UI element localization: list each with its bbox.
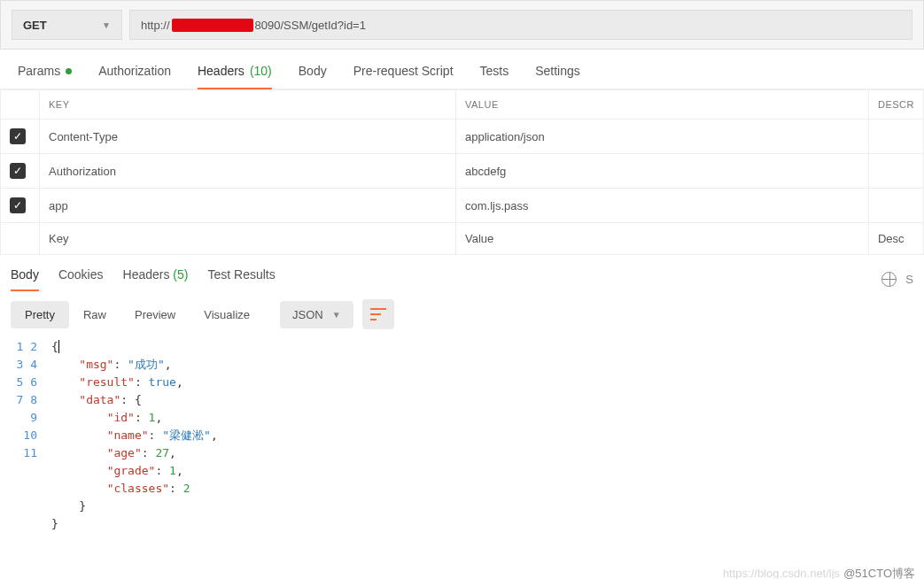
tab-headers[interactable]: Headers (10) [198, 64, 272, 89]
tab-authorization[interactable]: Authorization [98, 64, 171, 89]
tab-headers-count: (10) [250, 64, 272, 78]
checkbox-icon[interactable]: ✓ [10, 163, 26, 179]
method-select[interactable]: GET ▼ [12, 10, 122, 40]
resp-right-s: S [905, 273, 913, 286]
header-value[interactable]: abcdefg [456, 154, 869, 189]
wrap-lines-icon [370, 308, 386, 320]
redacted-host [172, 19, 253, 32]
format-label: JSON [292, 308, 323, 321]
globe-icon[interactable] [881, 272, 897, 287]
resp-tab-testresults[interactable]: Test Results [207, 267, 275, 290]
watermark: https://blog.csdn.net/ljs @51CTO博客 [723, 565, 915, 579]
tab-prerequest[interactable]: Pre-request Script [353, 64, 454, 89]
resp-tab-headers-label: Headers [123, 267, 170, 282]
header-desc[interactable] [868, 120, 923, 154]
tab-tests[interactable]: Tests [480, 64, 509, 89]
method-value: GET [23, 19, 47, 32]
tab-settings[interactable]: Settings [535, 64, 580, 89]
url-suffix: 8090/SSM/getId?id=1 [255, 19, 366, 32]
table-row[interactable]: ✓appcom.ljs.pass [1, 189, 924, 223]
col-key: KEY [40, 90, 456, 120]
resp-tab-cookies[interactable]: Cookies [58, 267, 104, 290]
view-pretty[interactable]: Pretty [11, 301, 69, 328]
response-tabs: Body Cookies Headers (5) Test Results S [0, 255, 924, 290]
line-gutter: 1 2 3 4 5 6 7 8 9 10 11 [11, 338, 48, 579]
tab-params[interactable]: Params [18, 64, 72, 89]
pretty-bar: Pretty Raw Preview Visualize JSON ▼ [0, 290, 924, 338]
header-value-input[interactable]: Value [456, 223, 869, 255]
view-mode-group: Pretty Raw Preview Visualize [11, 301, 264, 328]
code-content[interactable]: { "msg": "成功", "result": true, "data": {… [48, 338, 924, 579]
header-key[interactable]: Authorization [40, 154, 456, 189]
resp-tab-body[interactable]: Body [11, 267, 39, 290]
view-preview[interactable]: Preview [120, 301, 190, 328]
col-value: VALUE [456, 90, 869, 120]
watermark-dark: @51CTO博客 [843, 565, 915, 579]
tab-params-label: Params [18, 64, 60, 78]
response-body: 1 2 3 4 5 6 7 8 9 10 11 { "msg": "成功", "… [0, 338, 924, 579]
request-bar: GET ▼ http:// 8090/SSM/getId?id=1 [0, 0, 924, 50]
headers-table: KEY VALUE DESCR ✓Content-Typeapplication… [0, 89, 924, 255]
chevron-down-icon: ▼ [332, 310, 341, 320]
resp-tab-headers[interactable]: Headers (5) [123, 267, 189, 290]
tab-headers-label: Headers [198, 64, 245, 78]
header-desc[interactable] [868, 189, 923, 223]
url-prefix: http:// [141, 19, 170, 32]
tab-body[interactable]: Body [299, 64, 327, 89]
request-tabs: Params Authorization Headers (10) Body P… [0, 50, 924, 89]
watermark-faint: https://blog.csdn.net/ljs [723, 565, 840, 579]
url-input[interactable]: http:// 8090/SSM/getId?id=1 [129, 10, 912, 40]
header-key[interactable]: app [40, 189, 456, 223]
table-row[interactable]: ✓Authorizationabcdefg [1, 154, 924, 189]
table-row[interactable]: ✓Content-Typeapplication/json [1, 120, 924, 154]
table-row-new[interactable]: KeyValueDesc [1, 223, 924, 255]
format-select[interactable]: JSON ▼ [280, 301, 353, 328]
chevron-down-icon: ▼ [102, 20, 111, 30]
checkbox-icon[interactable]: ✓ [10, 197, 26, 213]
header-value[interactable]: application/json [456, 120, 869, 154]
params-active-dot-icon [66, 68, 72, 74]
header-value[interactable]: com.ljs.pass [456, 189, 869, 223]
view-raw[interactable]: Raw [69, 301, 120, 328]
header-desc[interactable] [868, 154, 923, 189]
header-key[interactable]: Content-Type [40, 120, 456, 154]
wrap-lines-button[interactable] [362, 299, 394, 329]
col-description: DESCR [868, 90, 923, 120]
resp-tab-headers-count: (5) [173, 267, 188, 282]
view-visualize[interactable]: Visualize [190, 301, 264, 328]
header-desc-input[interactable]: Desc [868, 223, 923, 255]
header-key-input[interactable]: Key [40, 223, 456, 255]
checkbox-icon[interactable]: ✓ [10, 128, 26, 144]
col-checkbox [1, 90, 40, 120]
